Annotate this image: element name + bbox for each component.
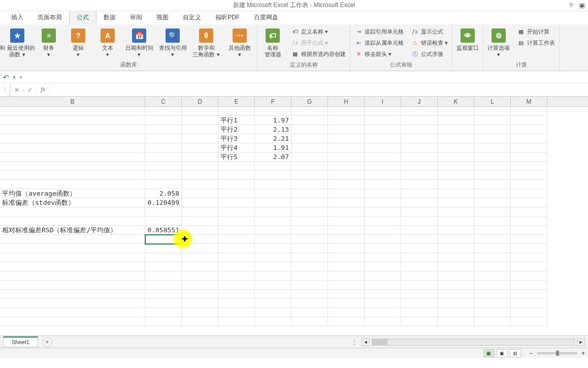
cell-C4[interactable] [145, 134, 182, 143]
cell-C16[interactable] [145, 244, 182, 253]
cell-M9[interactable] [511, 180, 547, 189]
cell-L14[interactable] [474, 226, 511, 235]
cell-J19[interactable] [401, 271, 438, 281]
cell-C6[interactable] [145, 152, 182, 162]
page-break-view-button[interactable]: ▥ [510, 349, 521, 357]
cell-C15[interactable] [145, 235, 182, 244]
cell-F6[interactable]: 2.07 [255, 152, 291, 162]
cell-L24[interactable] [474, 317, 511, 326]
cell-G10[interactable] [291, 189, 328, 198]
cell-G23[interactable] [291, 308, 328, 317]
cell-B10[interactable]: 平均值（average函数） [0, 189, 145, 198]
cell-H10[interactable] [328, 189, 365, 198]
cell-B21[interactable] [0, 290, 145, 299]
cell-J6[interactable] [401, 152, 438, 162]
cell-M23[interactable] [511, 308, 547, 317]
cell-J16[interactable] [401, 244, 438, 253]
cell-B8[interactable] [0, 171, 145, 180]
cell-H13[interactable] [328, 217, 365, 226]
cell-H19[interactable] [328, 271, 365, 281]
cell-B18[interactable] [0, 262, 145, 271]
cell-I6[interactable] [365, 152, 401, 162]
zoom-in-button[interactable]: + [581, 350, 585, 357]
cell-K4[interactable] [438, 134, 474, 143]
cell-L6[interactable] [474, 152, 511, 162]
cell-K20[interactable] [438, 281, 474, 290]
cell-E6[interactable]: 平行5 [218, 152, 255, 162]
cell-M3[interactable] [511, 125, 547, 134]
cell-J11[interactable] [401, 198, 438, 207]
cell-F5[interactable]: 1.91 [255, 143, 291, 152]
redo-dropdown-icon[interactable]: ▾ [13, 75, 16, 80]
cell-I8[interactable] [365, 171, 401, 180]
cell-M21[interactable] [511, 290, 547, 299]
cell-D5[interactable] [182, 143, 218, 152]
financial-button[interactable]: ≡ 财务 ▾ [36, 26, 62, 59]
cell-F18[interactable] [255, 262, 291, 271]
cell-D20[interactable] [182, 281, 218, 290]
cell-D19[interactable] [182, 271, 218, 281]
spreadsheet-grid[interactable]: B C D E F G H I J K L M 平行11.97平行22.13平行… [0, 97, 588, 335]
cell-I19[interactable] [365, 271, 401, 281]
cell-I2[interactable] [365, 116, 401, 125]
text-button[interactable]: A 文本 ▾ [94, 26, 121, 59]
tab-view[interactable]: 视图 [149, 11, 176, 24]
cell-M22[interactable] [511, 299, 547, 308]
cell-G9[interactable] [291, 180, 328, 189]
math-trig-button[interactable]: θ 数学和 三角函数 ▾ [191, 26, 221, 59]
cell-H17[interactable] [328, 253, 365, 262]
cell-L7[interactable] [474, 162, 511, 171]
cell-B11[interactable]: 标准偏差（stdev函数） [0, 198, 145, 207]
cell-M17[interactable] [511, 253, 547, 262]
cell-I18[interactable] [365, 262, 401, 271]
watch-window-button[interactable]: 👁 监视窗口 [454, 26, 481, 52]
cell-J23[interactable] [401, 308, 438, 317]
cell-E13[interactable] [218, 217, 255, 226]
cell-K7[interactable] [438, 162, 474, 171]
cell-H9[interactable] [328, 180, 365, 189]
cell-J1[interactable] [401, 107, 438, 116]
cell-F15[interactable] [255, 235, 291, 244]
cell-G8[interactable] [291, 171, 328, 180]
cell-B9[interactable] [0, 180, 145, 189]
cell-K14[interactable] [438, 226, 474, 235]
cell-L12[interactable] [474, 207, 511, 217]
cell-E20[interactable] [218, 281, 255, 290]
cell-M4[interactable] [511, 134, 547, 143]
calculate-now-button[interactable]: ▦开始计算 [515, 26, 557, 37]
col-header[interactable]: G [291, 97, 328, 106]
cell-H6[interactable] [328, 152, 365, 162]
cell-F12[interactable] [255, 207, 291, 217]
scrollbar-thumb[interactable] [372, 339, 387, 345]
cell-D3[interactable] [182, 125, 218, 134]
cell-D13[interactable] [182, 217, 218, 226]
cell-C7[interactable] [145, 162, 182, 171]
cell-I22[interactable] [365, 299, 401, 308]
cell-F20[interactable] [255, 281, 291, 290]
cell-K18[interactable] [438, 262, 474, 271]
error-check-button[interactable]: ⚠错误检查 ▾ [409, 38, 450, 48]
cell-B3[interactable] [0, 125, 145, 134]
cell-M2[interactable] [511, 116, 547, 125]
tab-custom[interactable]: 自定义 [176, 11, 208, 24]
cell-L15[interactable] [474, 235, 511, 244]
tab-formulas[interactable]: 公式 [69, 10, 96, 24]
cell-H24[interactable] [328, 317, 365, 326]
page-layout-view-button[interactable]: ▣ [497, 349, 508, 357]
tab-baidu-netdisk[interactable]: 百度网盘 [247, 11, 285, 24]
cell-D4[interactable] [182, 134, 218, 143]
cell-K3[interactable] [438, 125, 474, 134]
cell-G22[interactable] [291, 299, 328, 308]
ribbon-options-icon[interactable]: ▣ [579, 2, 585, 9]
cell-E7[interactable] [218, 162, 255, 171]
cell-B16[interactable] [0, 244, 145, 253]
calculate-sheet-button[interactable]: ▤计算工作表 [515, 38, 557, 48]
cell-B15[interactable] [0, 235, 145, 244]
cell-F21[interactable] [255, 290, 291, 299]
col-header[interactable]: M [511, 97, 547, 106]
cell-H5[interactable] [328, 143, 365, 152]
cell-L17[interactable] [474, 253, 511, 262]
cell-I21[interactable] [365, 290, 401, 299]
cell-D15[interactable] [182, 235, 218, 244]
cell-J2[interactable] [401, 116, 438, 125]
